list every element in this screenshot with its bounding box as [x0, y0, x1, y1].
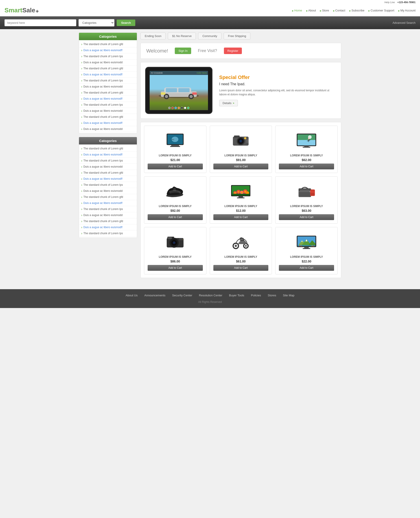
svg-rect-86	[298, 245, 315, 246]
list-item[interactable]: The standard chunk of Lorem Ips	[79, 102, 137, 108]
filter-no-reserve[interactable]: $1 No Reserve	[168, 32, 196, 39]
list-item[interactable]: Duis a augue ac libero euismodf!	[79, 72, 137, 78]
product-price: $91.00	[213, 158, 269, 162]
nav-subscribe[interactable]: Subscribe	[349, 9, 364, 12]
add-to-cart-button[interactable]: Add to Cart	[148, 214, 203, 220]
list-item[interactable]: Duis a augue ac libero euismodd	[79, 164, 137, 170]
list-item[interactable]: The standard chunk of Lorem Ips	[79, 53, 137, 60]
product-grid: PC LOREM IPSUM IS SIMPLY $21.00 Add to C…	[144, 126, 338, 274]
nav-home[interactable]: Home	[292, 9, 302, 12]
footer-buyer-tools[interactable]: Buyer Tools	[229, 294, 244, 297]
list-item[interactable]: Duis a augue ac libero euismodf!	[79, 120, 137, 126]
filter-free-shipping[interactable]: Free Shipping	[224, 32, 250, 39]
add-to-cart-button[interactable]: Add to Cart	[279, 265, 334, 271]
footer-security-center[interactable]: Security Center	[172, 294, 192, 297]
list-item[interactable]: Duis a augue ac libero euismodd	[79, 84, 137, 90]
filter-community[interactable]: Community	[198, 32, 221, 39]
svg-rect-92	[303, 248, 310, 249]
list-item[interactable]: Duis a augue ac libero euismodf!	[79, 152, 137, 158]
list-item[interactable]: The standard chunk of Lorem gfd	[79, 218, 137, 224]
svg-rect-75	[240, 239, 244, 241]
sidebar-section-1: Catogories The standard chunk of Lorem g…	[79, 32, 137, 134]
list-item[interactable]: Duis a augue ac libero euismodf!	[79, 176, 137, 182]
main-wrapper: Catogories The standard chunk of Lorem g…	[75, 29, 345, 285]
svg-point-6	[165, 95, 168, 98]
list-item[interactable]: Duis a augue ac libero euismodd	[79, 60, 137, 66]
footer-about-us[interactable]: About Us	[126, 294, 137, 297]
list-item[interactable]: The standard chunk of Lorem Ips	[79, 158, 137, 164]
list-item[interactable]: Duis a augue ac libero euismodf!	[79, 224, 137, 230]
list-item[interactable]: The standard chunk of Lorem gfd	[79, 41, 137, 47]
svg-point-23	[244, 137, 246, 139]
color-swatches	[150, 107, 208, 109]
list-item[interactable]: Duis a augue ac libero euismodf!	[79, 47, 137, 53]
search-input[interactable]	[5, 19, 76, 26]
add-to-cart-button[interactable]: Add to Cart	[148, 164, 203, 169]
nav-contact[interactable]: Contact	[333, 9, 345, 12]
svg-rect-70	[179, 238, 183, 240]
svg-point-88	[301, 246, 302, 247]
add-to-cart-button[interactable]: Add to Cart	[279, 214, 334, 220]
list-item[interactable]: Duis a augue ac libero euismodd	[79, 126, 137, 132]
details-button[interactable]: Details	[219, 100, 238, 106]
product-price: $62.00	[279, 158, 334, 162]
list-item[interactable]: Duis a augue ac libero euismodd	[79, 212, 137, 218]
list-item[interactable]: The standard chunk of Lorem Ips	[79, 230, 137, 236]
add-to-cart-button[interactable]: Add to Cart	[213, 265, 269, 271]
product-image-area	[213, 129, 269, 152]
product-card: LOREM IPSUM IS SIMPLY $22.00 Add to Cart	[275, 227, 338, 274]
add-to-cart-button[interactable]: Add to Cart	[213, 164, 269, 169]
product-name: LOREM IPSUM IS SIMPLY	[148, 154, 203, 157]
footer-policies[interactable]: Policies	[251, 294, 261, 297]
list-item[interactable]: Duis a augue ac libero euismodf!	[79, 200, 137, 206]
bag-icon	[296, 184, 316, 199]
svg-point-49	[247, 192, 248, 194]
list-item[interactable]: The standard chunk of Lorem gfd	[79, 170, 137, 176]
footer-stores[interactable]: Stores	[268, 294, 276, 297]
search-button[interactable]: Search	[117, 20, 135, 26]
product-name: LOREM IPSUM IS SIMPLY	[148, 205, 203, 208]
list-item[interactable]: The standard chunk of Lorem gfd	[79, 114, 137, 120]
svg-point-8	[190, 95, 193, 98]
list-item[interactable]: The standard chunk of Lorem Ips	[79, 206, 137, 212]
list-item[interactable]: The standard chunk of Lorem gfd	[79, 90, 137, 96]
svg-point-72	[235, 245, 237, 247]
product-name: LOREM IPSUM IS SIMPLY	[213, 255, 269, 258]
sign-in-button[interactable]: Sign In	[175, 48, 191, 54]
logo-sale: Sale	[22, 7, 35, 14]
add-to-cart-button[interactable]: Add to Cart	[213, 214, 269, 220]
list-item[interactable]: Duis a augue ac libero euismodf!	[79, 96, 137, 102]
category-select[interactable]: Catogories Electronics Clothing Sports H…	[79, 19, 114, 26]
list-item[interactable]: Duis a augue ac libero euismodd	[79, 108, 137, 114]
product-name: LOREM IPSUM IS SIMPLY	[213, 154, 269, 157]
nav-about[interactable]: About	[306, 9, 316, 12]
list-item[interactable]: The standard chunk of Lorem gfd	[79, 146, 137, 152]
list-item[interactable]: The standard chunk of Lorem Ips	[79, 182, 137, 188]
logo-smart: Smart	[5, 7, 22, 14]
register-button[interactable]: Register	[224, 48, 242, 54]
nav-customer-support[interactable]: Customer Support	[368, 9, 394, 12]
advanced-search-link[interactable]: Advanced Search	[392, 21, 415, 24]
list-item[interactable]: The standard chunk of Lorem gfd	[79, 194, 137, 200]
svg-rect-3	[166, 88, 177, 92]
main-nav: Home About Store Contact Subscribe Custo…	[292, 9, 415, 12]
list-item[interactable]: Duis a augue ac libero euismodd	[79, 188, 137, 194]
list-item[interactable]: The standard chunk of Lorem Ips	[79, 78, 137, 84]
product-price: $61.00	[213, 260, 269, 263]
nav-store[interactable]: Store	[320, 9, 329, 12]
add-to-cart-button[interactable]: Add to Cart	[279, 164, 334, 169]
product-price: $86.00	[148, 260, 203, 263]
product-image-area	[279, 180, 334, 202]
footer-resolution-center[interactable]: Resolution Center	[199, 294, 222, 297]
filter-ending-soon[interactable]: Ending Soon	[141, 32, 165, 39]
svg-rect-52	[237, 197, 245, 198]
add-to-cart-button[interactable]: Add to Cart	[148, 265, 203, 271]
list-item[interactable]: The standard chunk of Lorem gfd	[79, 66, 137, 72]
footer-announcements[interactable]: Announcements	[144, 294, 165, 297]
footer-site-map[interactable]: Site Map	[283, 294, 294, 297]
sidebar-list-2: The standard chunk of Lorem gfd Duis a a…	[79, 144, 137, 238]
svg-rect-9	[161, 92, 165, 95]
svg-point-90	[313, 246, 314, 247]
nav-my-account[interactable]: My Account	[398, 9, 415, 12]
svg-rect-27	[298, 134, 315, 140]
